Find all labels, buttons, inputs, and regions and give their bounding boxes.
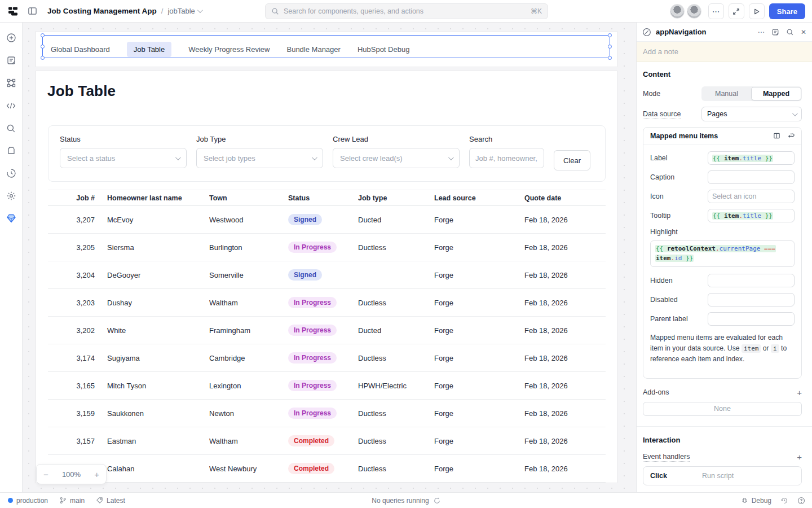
global-search[interactable]: ⌘K <box>265 3 548 19</box>
avatar[interactable] <box>687 4 701 19</box>
branch-selector[interactable]: main <box>59 497 85 505</box>
mode-label: Mode <box>643 90 701 98</box>
retool-logo-icon[interactable] <box>7 5 19 17</box>
code-button[interactable] <box>3 97 20 114</box>
return-arrow-icon[interactable] <box>787 132 795 139</box>
book-icon[interactable] <box>773 132 780 139</box>
breadcrumb: Job Costing Management App / jobTable <box>47 7 201 15</box>
add-addon-button[interactable]: + <box>797 388 802 397</box>
mapped-menu-items-card: Mapped menu items Label {{ item.title }} <box>643 127 802 379</box>
table-cell: Forge <box>434 299 524 307</box>
column-header[interactable]: Quote date <box>524 194 606 202</box>
status-filter-select[interactable]: Select a status <box>60 148 187 168</box>
table-row[interactable]: 3,202WhiteFraminghamIn ProgressDuctedFor… <box>48 317 606 344</box>
selection-handle[interactable] <box>608 45 612 49</box>
zoom-in-button[interactable]: + <box>94 470 99 479</box>
selection-handle[interactable] <box>608 56 612 60</box>
clear-filters-button[interactable]: Clear <box>554 150 590 170</box>
data-source-select[interactable]: Pages <box>701 107 802 121</box>
column-header[interactable]: Job # <box>48 194 95 202</box>
settings-button[interactable] <box>3 187 20 204</box>
column-header[interactable]: Homeowner last name <box>95 194 209 202</box>
search-panel-button[interactable] <box>3 120 20 137</box>
column-header[interactable]: Lead source <box>434 194 524 202</box>
icon-field-label: Icon <box>650 192 708 200</box>
add-event-handler-button[interactable]: + <box>797 452 802 462</box>
global-search-input[interactable] <box>284 7 526 15</box>
table-row[interactable]: CalahanWest NewburyCompletedDuctlessForg… <box>48 455 606 483</box>
toggle-left-panel-icon[interactable] <box>25 4 39 19</box>
history-button[interactable] <box>3 165 20 182</box>
nav-tab[interactable]: Weekly Progress Review <box>188 42 270 57</box>
add-note-field[interactable]: Add a note <box>637 42 812 62</box>
column-header[interactable]: Status <box>288 194 358 202</box>
releases-button[interactable] <box>3 142 20 159</box>
crew-lead-filter-label: Crew Lead <box>333 135 460 143</box>
selection-handle[interactable] <box>608 33 612 37</box>
table-row[interactable]: 3,204DeGooyerSomervilleSignedForgeFeb 18… <box>48 261 606 289</box>
help-icon[interactable] <box>797 497 805 505</box>
share-button[interactable]: Share <box>769 3 805 19</box>
selection-handle[interactable] <box>41 56 45 60</box>
content-section-title: Content <box>643 70 802 78</box>
components-button[interactable] <box>3 75 20 91</box>
history-icon[interactable] <box>780 497 788 505</box>
table-row[interactable]: 3,165Mitch TysonLexingtonIn ProgressHPWH… <box>48 372 606 400</box>
addons-none-button[interactable]: None <box>643 402 802 416</box>
column-header[interactable]: Town <box>209 194 288 202</box>
expand-button[interactable] <box>729 3 744 19</box>
refresh-icon[interactable] <box>434 497 440 504</box>
mode-option-mapped[interactable]: Mapped <box>751 87 801 100</box>
event-handler-row[interactable]: Click Run script <box>643 466 802 485</box>
zoom-level[interactable]: 100% <box>62 470 81 479</box>
highlight-field-input[interactable]: {{ retoolContext.currentPage === item.id… <box>650 240 795 267</box>
hidden-field-input[interactable] <box>708 274 795 287</box>
docs-icon[interactable] <box>771 28 779 36</box>
selection-handle[interactable] <box>41 45 45 49</box>
mode-option-manual[interactable]: Manual <box>702 87 751 100</box>
job-type-filter-select[interactable]: Select job types <box>196 148 323 168</box>
table-row[interactable]: 3,174SugiyamaCambridgeIn ProgressDuctles… <box>48 344 606 372</box>
release-selector[interactable]: Latest <box>96 497 125 505</box>
nav-tab[interactable]: HubSpot Debug <box>358 42 410 57</box>
debug-button[interactable]: Debug <box>741 497 771 505</box>
table-cell: Forge <box>434 271 524 279</box>
event-action: Run script <box>702 472 795 480</box>
add-component-button[interactable] <box>3 29 20 46</box>
ai-assistant-button[interactable] <box>3 210 20 227</box>
table-cell: Somerville <box>209 271 288 279</box>
table-row[interactable]: 3,157EastmanWalthamCompletedDuctlessForg… <box>48 427 606 455</box>
page-selector[interactable]: jobTable <box>167 7 201 15</box>
label-field-input[interactable]: {{ item.title }} <box>708 151 795 165</box>
more-options-icon[interactable]: ⋯ <box>757 28 765 36</box>
table-cell: Westwood <box>209 216 288 224</box>
tooltip-field-input[interactable]: {{ item.title }} <box>708 209 795 222</box>
crew-lead-filter-select[interactable]: Select crew lead(s) <box>333 148 460 168</box>
component-name[interactable]: appNavigation <box>656 28 757 36</box>
environment-selector[interactable]: production <box>8 497 48 505</box>
parent-label-field-input[interactable] <box>708 312 795 326</box>
caption-field-input[interactable] <box>708 170 795 184</box>
selection-handle[interactable] <box>41 33 45 37</box>
table-row[interactable]: 3,207McEvoyWestwoodSignedDuctedForgeFeb … <box>48 206 606 234</box>
table-row[interactable]: 3,205SiersmaBurlingtonIn ProgressDuctles… <box>48 234 606 261</box>
app-title[interactable]: Job Costing Management App <box>47 7 157 15</box>
search-icon[interactable] <box>786 28 794 36</box>
job-type-filter-label: Job Type <box>196 135 323 143</box>
more-options-button[interactable]: ⋯ <box>708 3 724 19</box>
zoom-out-button[interactable]: − <box>43 470 48 479</box>
nav-tab[interactable]: Bundle Manager <box>286 42 340 57</box>
table-row[interactable]: 3,203DushayWalthamIn ProgressDuctlessFor… <box>48 289 606 317</box>
pages-button[interactable] <box>3 52 20 69</box>
icon-field-input[interactable]: Select an icon <box>708 190 795 203</box>
nav-tab[interactable]: Job Table <box>127 42 171 57</box>
avatar[interactable] <box>670 4 685 19</box>
close-icon[interactable]: ✕ <box>801 28 806 36</box>
nav-tab[interactable]: Global Dashboard <box>51 42 110 57</box>
disabled-field-input[interactable] <box>708 293 795 306</box>
editor-canvas[interactable]: Global DashboardJob TableWeekly Progress… <box>23 23 636 492</box>
table-row[interactable]: 3,159SaukkonenNewtonIn ProgressDuctlessF… <box>48 400 606 427</box>
preview-button[interactable] <box>749 3 765 19</box>
column-header[interactable]: Job type <box>358 194 434 202</box>
search-filter-input[interactable] <box>469 148 544 168</box>
